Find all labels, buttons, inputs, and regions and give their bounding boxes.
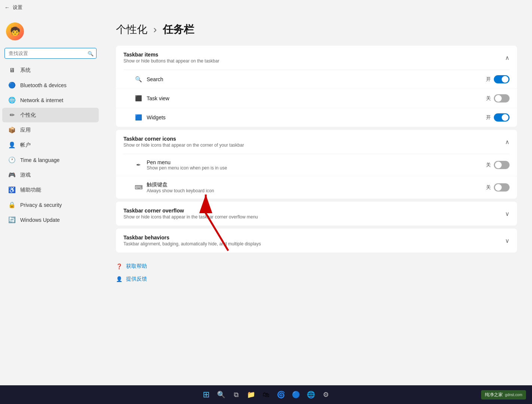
toggle-thumb-penmenu <box>495 162 502 168</box>
search-box: 🔍 <box>4 48 97 59</box>
section-title-taskbar-corner-icons: Taskbar corner icons <box>123 136 244 142</box>
taskbar-chrome-icon[interactable]: 🔵 <box>289 388 303 401</box>
nav-icon-bluetooth: 🔵 <box>8 82 16 89</box>
sidebar-item-accounts[interactable]: 👤 帐户 <box>2 138 99 152</box>
setting-title-widgets: Widgets <box>147 114 166 120</box>
taskbar-taskview-icon[interactable]: ⧉ <box>229 388 243 401</box>
section-title-taskbar-corner-overflow: Taskbar corner overflow <box>123 208 258 214</box>
avatar: 🧒 <box>6 22 24 40</box>
setting-label-penmenu: ✒ Pen menu Show pen menu icon when pen i… <box>135 159 227 171</box>
toggle-search[interactable] <box>494 75 510 83</box>
taskbar-store-icon[interactable]: 🛍 <box>259 388 273 401</box>
section-title-taskbar-items: Taskbar items <box>123 52 219 58</box>
bottom-links: ❓ 获取帮助 👤 提供反馈 <box>116 255 517 290</box>
taskbar-files-icon[interactable]: 📁 <box>244 388 258 401</box>
taskbar-extra1-icon[interactable]: 🌐 <box>304 388 318 401</box>
setting-label-taskview: ⬛ Task view <box>135 95 169 102</box>
help-link[interactable]: ❓ 获取帮助 <box>116 261 517 271</box>
section-header-taskbar-behaviors[interactable]: Taskbar behaviors Taskbar alignment, bad… <box>116 229 517 252</box>
nav-label-system: 系统 <box>20 67 31 74</box>
nav-label-time: Time & language <box>20 157 59 163</box>
taskbar-settings-icon[interactable]: ⚙ <box>319 388 333 401</box>
nav-list: 🖥 系统 🔵 Bluetooth & devices 🌐 Network & i… <box>0 63 101 227</box>
feedback-label: 提供反馈 <box>126 276 147 282</box>
start-button[interactable]: ⊞ <box>199 388 213 401</box>
setting-row-widgets: 🟦 Widgets 开 <box>116 108 517 127</box>
toggle-widgets[interactable] <box>494 113 510 122</box>
sidebar-item-personalization[interactable]: ✏ 个性化 <box>2 108 99 122</box>
search-icon: 🔍 <box>88 50 94 56</box>
nav-icon-system: 🖥 <box>8 67 16 74</box>
toggle-thumb-taskview <box>495 95 502 102</box>
sidebar: 🧒 🔍 🖥 系统 🔵 Bluetooth & devices 🌐 Network… <box>0 15 101 385</box>
sidebar-item-time[interactable]: 🕐 Time & language <box>2 153 99 167</box>
section-subtitle-taskbar-corner-icons: Show or hide icons that appear on the co… <box>123 143 244 148</box>
setting-icon-search: 🔍 <box>135 76 142 83</box>
taskbar-search-icon[interactable]: 🔍 <box>214 388 228 401</box>
section-subtitle-taskbar-behaviors: Taskbar alignment, badging, automaticall… <box>123 241 261 247</box>
back-button[interactable]: ← <box>4 4 10 10</box>
sidebar-item-bluetooth[interactable]: 🔵 Bluetooth & devices <box>2 78 99 92</box>
section-taskbar-corner-overflow: Taskbar corner overflow Show or hide ico… <box>116 202 517 226</box>
setting-row-taskview: ⬛ Task view 关 <box>116 89 517 108</box>
toggle-touchkeyboard[interactable] <box>494 183 510 192</box>
nav-label-bluetooth: Bluetooth & devices <box>20 82 67 88</box>
sidebar-item-accessibility[interactable]: ♿ 辅助功能 <box>2 183 99 197</box>
section-header-taskbar-corner-icons[interactable]: Taskbar corner icons Show or hide icons … <box>116 130 517 154</box>
section-taskbar-behaviors: Taskbar behaviors Taskbar alignment, bad… <box>116 229 517 252</box>
breadcrumb-parent: 个性化 <box>116 24 147 35</box>
chevron-taskbar-corner-overflow: ∨ <box>505 210 510 217</box>
setting-status-taskview: 关 <box>486 95 491 102</box>
feedback-link[interactable]: 👤 提供反馈 <box>116 274 517 284</box>
nav-icon-time: 🕐 <box>8 156 16 163</box>
user-profile: 🧒 <box>0 19 101 48</box>
section-info-taskbar-behaviors: Taskbar behaviors Taskbar alignment, bad… <box>123 235 261 247</box>
nav-icon-privacy: 🔒 <box>8 201 16 208</box>
setting-right-taskview: 关 <box>486 94 510 102</box>
feedback-icon: 👤 <box>116 276 122 282</box>
section-title-taskbar-behaviors: Taskbar behaviors <box>123 235 261 241</box>
nav-icon-accessibility: ♿ <box>8 186 16 193</box>
toggle-thumb-search <box>502 76 508 83</box>
nav-icon-windowsupdate: 🔄 <box>8 216 16 223</box>
taskbar-right: 纯净之家 gdnst.com <box>481 390 526 400</box>
chevron-taskbar-behaviors: ∨ <box>505 237 510 244</box>
setting-status-penmenu: 关 <box>486 162 491 168</box>
nav-label-accounts: 帐户 <box>20 142 31 149</box>
sidebar-item-gaming[interactable]: 🎮 游戏 <box>2 168 99 182</box>
chevron-taskbar-corner-icons: ∧ <box>505 138 510 146</box>
help-label: 获取帮助 <box>126 263 147 270</box>
section-info-taskbar-corner-overflow: Taskbar corner overflow Show or hide ico… <box>123 208 258 220</box>
setting-right-penmenu: 关 <box>486 161 510 169</box>
sidebar-item-system[interactable]: 🖥 系统 <box>2 63 99 77</box>
section-subtitle-taskbar-items: Show or hide buttons that appear on the … <box>123 58 219 64</box>
section-header-taskbar-items[interactable]: Taskbar items Show or hide buttons that … <box>116 46 517 70</box>
toggle-thumb-touchkeyboard <box>495 184 502 191</box>
sidebar-item-apps[interactable]: 📦 应用 <box>2 123 99 137</box>
sections-container: Taskbar items Show or hide buttons that … <box>116 46 517 252</box>
sidebar-item-network[interactable]: 🌐 Network & internet <box>2 93 99 107</box>
setting-status-search: 开 <box>486 76 491 83</box>
setting-icon-touchkeyboard: ⌨ <box>135 184 142 191</box>
title-bar: ← 设置 <box>0 0 532 15</box>
section-taskbar-items: Taskbar items Show or hide buttons that … <box>116 46 517 127</box>
nav-label-personalization: 个性化 <box>20 112 36 119</box>
search-input[interactable] <box>4 48 97 59</box>
setting-title-touchkeyboard: 触摸键盘 <box>147 181 214 188</box>
setting-icon-penmenu: ✒ <box>135 162 142 168</box>
toggle-penmenu[interactable] <box>494 161 510 169</box>
chevron-taskbar-items: ∧ <box>505 54 510 61</box>
setting-sublabel-penmenu: Show pen menu icon when pen is in use <box>147 165 227 171</box>
taskbar-edge-icon[interactable]: 🌀 <box>274 388 288 401</box>
main-content: 个性化 › 任务栏 Taskbar items Show or hide but… <box>101 15 532 385</box>
sidebar-item-privacy[interactable]: 🔒 Privacy & security <box>2 198 99 212</box>
toggle-taskview[interactable] <box>494 94 510 102</box>
breadcrumb-current: 任务栏 <box>163 24 194 35</box>
setting-right-search: 开 <box>486 75 510 83</box>
section-header-taskbar-corner-overflow[interactable]: Taskbar corner overflow Show or hide ico… <box>116 202 517 226</box>
setting-row-penmenu: ✒ Pen menu Show pen menu icon when pen i… <box>116 154 517 176</box>
sidebar-item-windowsupdate[interactable]: 🔄 Windows Update <box>2 212 99 227</box>
section-subtitle-taskbar-corner-overflow: Show or hide icons that appear in the ta… <box>123 214 258 220</box>
taskbar-icons: ⊞ 🔍 ⧉ 📁 🛍 🌀 🔵 🌐 ⚙ <box>199 388 333 401</box>
setting-row-touchkeyboard: ⌨ 触摸键盘 Always show touch keyboard icon 关 <box>116 176 517 199</box>
